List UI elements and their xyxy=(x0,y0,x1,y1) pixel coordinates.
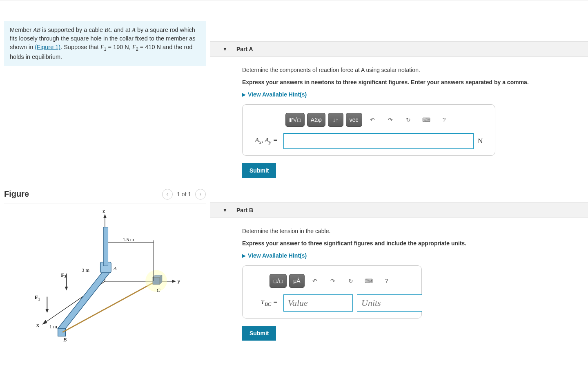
svg-text:A: A xyxy=(113,265,117,272)
part-a-header[interactable]: ▼ Part A xyxy=(210,41,588,57)
f1-value: = 190 N xyxy=(107,44,129,50)
help-button[interactable]: ? xyxy=(379,274,394,288)
part-a-instruction: Determine the components of reaction for… xyxy=(242,67,576,73)
templates-button[interactable]: ▮ⁿ√▢ xyxy=(285,113,304,127)
equation-toolbar: ▢/▢ μÅ ↶ ↷ ↻ ⌨ ? xyxy=(248,271,416,294)
chevron-down-icon: ▼ xyxy=(223,207,227,213)
var-f1: F xyxy=(100,44,104,50)
undo-button[interactable]: ↶ xyxy=(307,274,323,288)
figure-link[interactable]: (Figure 1) xyxy=(35,44,60,50)
svg-text:y: y xyxy=(178,278,180,284)
keyboard-button[interactable]: ⌨ xyxy=(361,274,376,288)
hints-label: View Available Hint(s) xyxy=(248,252,307,259)
problem-text: and at xyxy=(112,27,132,33)
view-hints-button[interactable]: ▶ View Available Hint(s) xyxy=(242,91,576,98)
part-a-title: Part A xyxy=(236,46,253,52)
view-hints-button[interactable]: ▶ View Available Hint(s) xyxy=(242,252,576,259)
figure-diagram: z y x A B xyxy=(4,204,206,343)
var-bc: BC xyxy=(105,27,112,33)
part-a-answer-area: ▮ⁿ√▢ ΑΣφ ↓↑ vec ↶ ↷ ↻ ⌨ ? Ax, Ay = N xyxy=(242,104,495,156)
svg-marker-1 xyxy=(103,214,107,218)
svg-text:B: B xyxy=(63,337,67,343)
separator: , xyxy=(129,44,132,50)
f2-value: = 410 N xyxy=(138,44,161,50)
svg-text:F2: F2 xyxy=(61,272,66,279)
var-ab: AB xyxy=(33,27,40,33)
subscript-button[interactable]: ↓↑ xyxy=(328,113,343,127)
undo-button[interactable]: ↶ xyxy=(365,113,380,127)
greek-button[interactable]: ΑΣφ xyxy=(307,113,325,127)
part-b-units-input[interactable] xyxy=(357,294,422,312)
part-b-instruction: Determine the tension in the cable. xyxy=(242,228,576,234)
part-a-format-instruction: Express your answers in newtons to three… xyxy=(242,79,576,85)
hints-label: View Available Hint(s) xyxy=(248,91,307,98)
help-button[interactable]: ? xyxy=(437,113,452,127)
svg-text:C: C xyxy=(157,287,160,293)
keyboard-button[interactable]: ⌨ xyxy=(419,113,434,127)
submit-button[interactable]: Submit xyxy=(242,163,276,178)
reset-button[interactable]: ↻ xyxy=(401,113,416,127)
problem-text: is supported by a cable xyxy=(40,27,105,33)
pager-prev-button[interactable]: ‹ xyxy=(162,189,173,200)
part-b-header[interactable]: ▼ Part B xyxy=(210,202,588,218)
svg-marker-7 xyxy=(42,320,47,324)
vector-button[interactable]: vec xyxy=(346,113,362,127)
fraction-button[interactable]: ▢/▢ xyxy=(270,274,287,288)
svg-text:1.5 m: 1.5 m xyxy=(122,236,134,242)
svg-marker-30 xyxy=(65,287,68,290)
var-a: A xyxy=(132,27,136,33)
problem-statement: Member AB is supported by a cable BC and… xyxy=(4,21,206,66)
part-a-answer-input[interactable] xyxy=(283,133,474,149)
part-a-variable-label: Ax, Ay = xyxy=(248,136,279,146)
svg-text:x: x xyxy=(36,322,39,328)
svg-point-19 xyxy=(145,270,167,292)
figure-title: Figure xyxy=(4,189,162,199)
part-b-format-instruction: Express your answer to three significant… xyxy=(242,240,576,247)
triangle-right-icon: ▶ xyxy=(242,253,245,258)
pager-next-button[interactable]: › xyxy=(195,189,206,200)
part-b-value-input[interactable] xyxy=(283,294,353,312)
svg-text:z: z xyxy=(102,207,105,213)
part-b-title: Part B xyxy=(236,207,253,213)
units-button[interactable]: μÅ xyxy=(289,274,305,288)
redo-button[interactable]: ↷ xyxy=(325,274,341,288)
part-b-variable-label: TBC = xyxy=(248,298,279,307)
equation-toolbar: ▮ⁿ√▢ ΑΣφ ↓↑ vec ↶ ↷ ↻ ⌨ ? xyxy=(248,110,489,133)
problem-text: . Suppose that xyxy=(60,44,100,50)
chevron-down-icon: ▼ xyxy=(223,46,227,52)
problem-text: Member xyxy=(10,27,33,33)
svg-marker-27 xyxy=(46,309,49,313)
pager-status: 1 of 1 xyxy=(177,191,191,197)
reset-button[interactable]: ↻ xyxy=(343,274,359,288)
submit-button[interactable]: Submit xyxy=(242,326,276,341)
svg-marker-13 xyxy=(58,328,66,336)
var-f2: F xyxy=(132,44,136,50)
redo-button[interactable]: ↷ xyxy=(383,113,398,127)
svg-marker-4 xyxy=(172,280,176,283)
part-b-answer-area: ▢/▢ μÅ ↶ ↷ ↻ ⌨ ? TBC = xyxy=(242,265,422,319)
part-a-unit-label: N xyxy=(478,137,489,145)
svg-rect-10 xyxy=(103,227,108,265)
figure-pager: ‹ 1 of 1 › xyxy=(162,189,206,200)
svg-text:1 m: 1 m xyxy=(49,324,57,330)
svg-text:3 m: 3 m xyxy=(82,267,89,273)
svg-text:F1: F1 xyxy=(35,294,40,301)
triangle-right-icon: ▶ xyxy=(242,92,245,97)
